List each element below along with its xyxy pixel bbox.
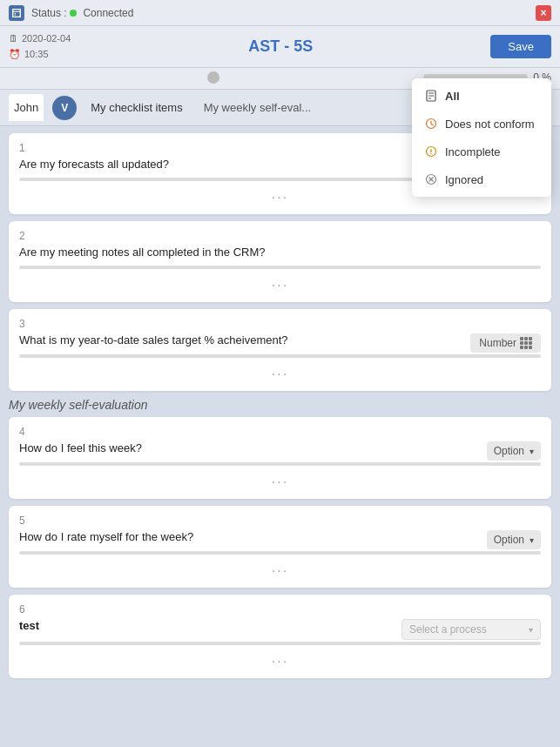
more-options-6[interactable]: ··· <box>272 654 288 670</box>
option-select-5[interactable]: Option ▾ <box>487 530 541 549</box>
title-bar: Status : Connected × <box>0 0 560 26</box>
card-number-3: 3 <box>19 318 541 330</box>
slider-track-3[interactable] <box>19 354 541 358</box>
user-name-tab[interactable]: John <box>9 94 44 121</box>
card-number-6: 6 <box>19 603 541 616</box>
more-options-1[interactable]: ··· <box>272 190 288 205</box>
tab-checklist-items[interactable]: My checklist items <box>80 94 192 121</box>
status-value: Connected <box>83 7 133 19</box>
clock-filter-icon <box>424 117 438 131</box>
card-footer-6: ··· <box>19 650 541 673</box>
card-slider-6 <box>19 640 541 650</box>
weekly-section-header: My weekly self-evaluation <box>9 398 551 412</box>
dropdown-item-ignored[interactable]: Ignored <box>412 165 551 193</box>
status-dot <box>70 10 77 17</box>
clock-icon: ⏰ <box>9 47 21 63</box>
number-button-3[interactable]: Number <box>470 333 541 353</box>
select-process-6[interactable]: Select a process ▾ <box>401 619 541 640</box>
chevron-down-icon-4: ▾ <box>530 447 534 456</box>
card-slider-4 <box>19 461 541 471</box>
dropdown-item-does-not-conform[interactable]: Does not conform <box>412 110 551 138</box>
progress-slider-handle[interactable] <box>207 71 219 84</box>
card-question-4: How do I feel this week? <box>19 441 487 454</box>
card-slider-2 <box>19 264 541 274</box>
card-number-2: 2 <box>19 230 541 242</box>
tab-weekly-eval[interactable]: My weekly self-eval... <box>193 94 322 121</box>
circle-x-filter-icon <box>424 172 438 186</box>
chevron-down-icon-6: ▾ <box>529 625 533 635</box>
status-label: Status : Connected <box>31 7 133 19</box>
dropdown-item-incomplete[interactable]: Incomplete <box>412 138 551 165</box>
checklist-card-3: 3 What is my year-to-date sales target %… <box>9 309 551 391</box>
card-question-6: test <box>19 619 401 632</box>
save-button[interactable]: Save <box>490 35 551 58</box>
card-footer-2: ··· <box>19 274 541 297</box>
card-footer-3: ··· <box>19 363 541 386</box>
more-options-3[interactable]: ··· <box>272 367 288 382</box>
grid-icon <box>520 337 532 349</box>
option-select-4[interactable]: Option ▾ <box>487 441 541 461</box>
slider-track-2[interactable] <box>19 266 541 269</box>
card-number-4: 4 <box>19 426 541 438</box>
svg-rect-1 <box>14 14 16 15</box>
weekly-card-5: 5 How do I rate myself for the week? Opt… <box>9 506 551 588</box>
card-question-3: What is my year-to-date sales target % a… <box>19 333 470 347</box>
card-footer-5: ··· <box>19 560 541 582</box>
calendar-icon: 🗓 <box>9 31 18 47</box>
more-options-5[interactable]: ··· <box>272 563 288 579</box>
card-footer-4: ··· <box>19 471 541 494</box>
main-content: 1 Are my forecasts all updated? ··· 2 Ar… <box>0 126 560 737</box>
more-options-4[interactable]: ··· <box>272 474 288 490</box>
slider-track-6[interactable] <box>19 642 541 645</box>
card-slider-3 <box>19 353 541 363</box>
page-title: AST - 5S <box>71 37 490 56</box>
card-question-2: Are my meeting notes all completed in th… <box>19 246 541 259</box>
card-slider-5 <box>19 549 541 560</box>
svg-line-12 <box>431 124 434 126</box>
card-question-5: How do I rate myself for the week? <box>19 530 487 543</box>
time-value: 10:35 <box>24 47 49 63</box>
header: 🗓 2020-02-04 ⏰ 10:35 AST - 5S Save <box>0 26 560 68</box>
header-meta: 🗓 2020-02-04 ⏰ 10:35 <box>9 31 71 62</box>
warning-filter-icon <box>424 145 438 158</box>
slider-track-5[interactable] <box>19 551 541 555</box>
weekly-card-6: 6 test Select a process ▾ ··· <box>9 595 551 678</box>
checklist-card-2: 2 Are my meeting notes all completed in … <box>9 221 551 302</box>
card-number-5: 5 <box>19 515 541 527</box>
close-button[interactable]: × <box>536 5 551 21</box>
weekly-card-4: 4 How do I feel this week? Option ▾ ··· <box>9 417 551 499</box>
doc-filter-icon <box>424 89 438 103</box>
app-icon <box>9 5 24 21</box>
date-value: 2020-02-04 <box>22 31 71 47</box>
slider-track-4[interactable] <box>19 462 541 466</box>
dropdown-item-all[interactable]: All <box>412 82 551 110</box>
user-avatar: V <box>52 96 77 120</box>
svg-point-15 <box>430 153 431 154</box>
svg-rect-0 <box>14 13 16 14</box>
chevron-down-icon-5: ▾ <box>530 535 534 545</box>
filter-dropdown: All Does not conform Incomplete <box>412 78 551 197</box>
more-options-2[interactable]: ··· <box>272 278 288 293</box>
